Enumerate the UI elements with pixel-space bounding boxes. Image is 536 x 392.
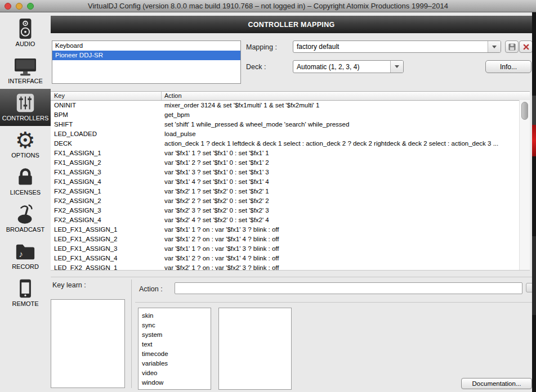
mapping-selected-value: factory default bbox=[293, 41, 488, 52]
background-edge-red-segment bbox=[532, 125, 536, 156]
sidebar-item-label: AUDIO bbox=[16, 40, 35, 47]
chevron-down-icon bbox=[395, 65, 399, 68]
category-item-label: video bbox=[142, 370, 158, 376]
row-action-cell: action_deck 1 ? deck 1 leftdeck & deck 1… bbox=[162, 139, 530, 148]
table-row-led-fx1-assign-4[interactable]: LED_FX1_ASSIGN_4 var '$fx1' 2 ? on : var… bbox=[51, 254, 530, 263]
delete-mapping-button[interactable] bbox=[519, 40, 533, 53]
category-item-label: sandbox bbox=[142, 308, 166, 309]
row-action-cell: var '$fx1' 1 ? on : var '$fx1' 3 ? blink… bbox=[162, 225, 530, 235]
sidebar-item-label: BROADCAST bbox=[6, 226, 44, 233]
row-key-cell: FX1_ASSIGN_3 bbox=[51, 168, 162, 177]
deck-dropdown-button[interactable] bbox=[390, 61, 403, 73]
row-action-cell: var '$fx1' 2 ? set '$fx1' 0 : set '$fx1'… bbox=[162, 158, 530, 168]
table-row-deck[interactable]: DECK action_deck 1 ? deck 1 leftdeck & d… bbox=[51, 139, 530, 148]
table-row-led-loaded[interactable]: LED_LOADED load_pulse bbox=[51, 129, 530, 139]
row-key-cell: FX2_ASSIGN_4 bbox=[51, 215, 162, 225]
table-row-fx2-assign-2[interactable]: FX2_ASSIGN_2 var '$fx2' 2 ? set '$fx2' 0… bbox=[51, 196, 530, 206]
row-action-cell: var '$fx2' 4 ? set '$fx2' 0 : set '$fx2'… bbox=[162, 215, 530, 225]
key-learn-box[interactable] bbox=[51, 299, 125, 388]
device-item-label: Keyboard bbox=[55, 42, 83, 49]
minimize-window-icon[interactable] bbox=[16, 3, 23, 10]
category-item-timecode[interactable]: timecode bbox=[139, 349, 211, 359]
category-item-variables[interactable]: variables bbox=[139, 359, 211, 368]
table-row-led-fx1-assign-3[interactable]: LED_FX1_ASSIGN_3 var '$fx1' 1 ? on : var… bbox=[51, 244, 530, 254]
category-item-window[interactable]: window bbox=[139, 378, 211, 388]
mixer-sliders-icon bbox=[15, 91, 36, 115]
action-category-list: sandbox skin sync system text timecode bbox=[138, 308, 211, 390]
action-input[interactable] bbox=[175, 282, 522, 294]
action-detail-list[interactable] bbox=[218, 308, 292, 390]
category-item-video[interactable]: video bbox=[139, 368, 211, 378]
monitor-icon bbox=[14, 54, 37, 78]
device-item-pioneer-ddj-sr[interactable]: Pioneer DDJ-SR bbox=[52, 51, 240, 60]
sidebar-item-remote[interactable]: REMOTE bbox=[0, 274, 51, 312]
table-scrollbar-thumb[interactable] bbox=[521, 102, 528, 120]
table-row-fx1-assign-4[interactable]: FX1_ASSIGN_4 var '$fx1' 4 ? set '$fx1' 0… bbox=[51, 177, 530, 187]
table-row-fx2-assign-1[interactable]: FX2_ASSIGN_1 var '$fx2' 1 ? set '$fx2' 0… bbox=[51, 187, 530, 196]
sidebar-item-licenses[interactable]: LICENSES bbox=[0, 163, 51, 200]
window-titlebar: VirtualDJ Config (version 8.0.0 mac buil… bbox=[0, 0, 536, 12]
save-mapping-button[interactable] bbox=[505, 40, 519, 53]
category-item-skin[interactable]: skin bbox=[139, 311, 211, 321]
device-item-keyboard[interactable]: Keyboard bbox=[52, 41, 240, 51]
background-edge-segment bbox=[532, 96, 536, 125]
sidebar-item-label: OPTIONS bbox=[11, 152, 39, 159]
row-key-cell: FX2_ASSIGN_2 bbox=[51, 196, 162, 206]
device-list: Keyboard Pioneer DDJ-SR bbox=[52, 40, 241, 84]
table-row-shift[interactable]: SHIFT set 'shift' 1 while_pressed & whee… bbox=[51, 120, 530, 129]
sidebar-item-record[interactable]: ♪ RECORD bbox=[0, 237, 51, 274]
horizontal-separator bbox=[51, 277, 532, 277]
category-item-system[interactable]: system bbox=[139, 330, 211, 340]
table-row-fx2-assign-4[interactable]: FX2_ASSIGN_4 var '$fx2' 4 ? set '$fx2' 0… bbox=[51, 215, 530, 225]
category-item-label: text bbox=[142, 341, 153, 348]
background-edge bbox=[532, 12, 536, 392]
sidebar-item-audio[interactable]: AUDIO bbox=[0, 15, 51, 52]
documentation-button[interactable]: Documentation... bbox=[461, 378, 532, 389]
sidebar-item-controllers[interactable]: CONTROLLERS bbox=[0, 89, 51, 126]
row-action-cell: var '$fx1' 2 ? on : var '$fx1' 4 ? blink… bbox=[162, 235, 530, 244]
table-row-fx2-assign-3[interactable]: FX2_ASSIGN_3 var '$fx2' 3 ? set '$fx2' 0… bbox=[51, 206, 530, 215]
table-row-oninit[interactable]: ONINIT mixer_order 3124 & set '$fx1multi… bbox=[51, 101, 530, 110]
row-key-cell: LED_FX2_ASSIGN_1 bbox=[51, 263, 162, 271]
category-item-label: variables bbox=[142, 360, 168, 367]
zoom-window-icon[interactable] bbox=[27, 3, 34, 10]
sidebar-item-broadcast[interactable]: BROADCAST bbox=[0, 200, 51, 237]
deck-selected-value: Automatic (1, 2, 3, 4) bbox=[293, 61, 390, 73]
column-header-action[interactable]: Action bbox=[162, 92, 530, 100]
mapping-dropdown-button[interactable] bbox=[488, 41, 501, 52]
background-edge-segment bbox=[532, 236, 536, 315]
table-row-bpm[interactable]: BPM get_bpm bbox=[51, 110, 530, 120]
category-item-text[interactable]: text bbox=[139, 340, 211, 349]
svg-text:♪: ♪ bbox=[19, 249, 24, 259]
table-scrollbar-track[interactable] bbox=[519, 100, 530, 270]
table-body: ONINIT mixer_order 3124 & set '$fx1multi… bbox=[51, 101, 530, 271]
horizontal-separator bbox=[135, 302, 532, 303]
sidebar-item-interface[interactable]: INTERFACE bbox=[0, 52, 51, 89]
table-row-led-fx1-assign-1[interactable]: LED_FX1_ASSIGN_1 var '$fx1' 1 ? on : var… bbox=[51, 225, 530, 235]
table-header: Key Action bbox=[51, 92, 530, 101]
mapping-select[interactable]: factory default bbox=[293, 40, 501, 53]
sidebar-item-label: LICENSES bbox=[10, 189, 41, 196]
table-row-fx1-assign-1[interactable]: FX1_ASSIGN_1 var '$fx1' 1 ? set '$fx1' 0… bbox=[51, 148, 530, 158]
row-key-cell: LED_FX1_ASSIGN_4 bbox=[51, 254, 162, 263]
deck-select[interactable]: Automatic (1, 2, 3, 4) bbox=[293, 60, 404, 73]
vertical-separator bbox=[131, 280, 132, 388]
table-row-fx1-assign-3[interactable]: FX1_ASSIGN_3 var '$fx1' 3 ? set '$fx1' 0… bbox=[51, 168, 530, 177]
music-folder-icon: ♪ bbox=[15, 240, 36, 263]
category-item-sync[interactable]: sync bbox=[139, 321, 211, 330]
sidebar-item-label: CONTROLLERS bbox=[2, 115, 49, 121]
table-row-fx1-assign-2[interactable]: FX1_ASSIGN_2 var '$fx1' 2 ? set '$fx1' 0… bbox=[51, 158, 530, 168]
column-header-key[interactable]: Key bbox=[51, 92, 162, 100]
table-row-led-fx1-assign-2[interactable]: LED_FX1_ASSIGN_2 var '$fx1' 2 ? on : var… bbox=[51, 235, 530, 244]
close-window-icon[interactable] bbox=[5, 3, 11, 10]
sidebar-item-label: INTERFACE bbox=[8, 78, 43, 84]
info-button[interactable]: Info... bbox=[485, 60, 531, 73]
table-row-led-fx2-assign-1[interactable]: LED_FX2_ASSIGN_1 var '$fx2' 1 ? on : var… bbox=[51, 263, 530, 271]
row-key-cell: FX2_ASSIGN_1 bbox=[51, 187, 162, 196]
row-key-cell: LED_FX1_ASSIGN_2 bbox=[51, 235, 162, 244]
sidebar-item-options[interactable]: ⚙ OPTIONS bbox=[0, 126, 51, 163]
lock-icon bbox=[15, 165, 35, 189]
row-key-cell: BPM bbox=[51, 110, 162, 120]
row-key-cell: FX1_ASSIGN_2 bbox=[51, 158, 162, 168]
chevron-down-icon bbox=[492, 46, 497, 48]
